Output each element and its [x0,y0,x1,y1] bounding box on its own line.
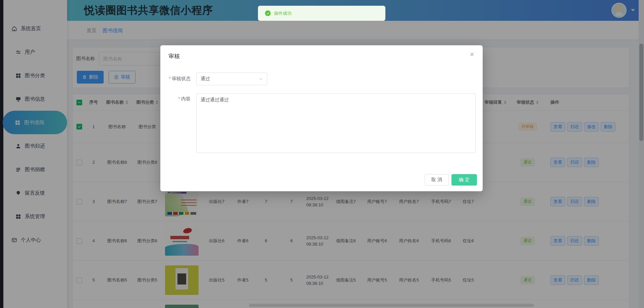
toast-message: 操作成功 [274,10,291,16]
content-field-label: *内容 [164,96,191,102]
close-icon[interactable]: ✕ [470,52,474,57]
chevron-down-icon [259,77,263,81]
cancel-button[interactable]: 取 消 [425,174,449,186]
status-select-value: 通过 [201,76,210,82]
review-dialog: 审核 ✕ *审核状态 通过 *内容 通过通过通过 取 消 确 定 [160,45,483,191]
required-mark: * [169,76,171,81]
status-field-label: *审核状态 [164,76,191,82]
status-select[interactable]: 通过 [196,72,267,85]
check-circle-icon [265,10,271,16]
required-mark: * [178,96,180,101]
success-toast: 操作成功 [258,6,385,21]
app-window: 系统首页用户图书分类图书信息图书借阅图书归还图书捐赠留言反馈系统管理个人中心 悦… [0,0,644,308]
confirm-button[interactable]: 确 定 [451,174,477,186]
dialog-title: 审核 [168,52,180,60]
content-textarea[interactable]: 通过通过通过 [196,93,476,153]
